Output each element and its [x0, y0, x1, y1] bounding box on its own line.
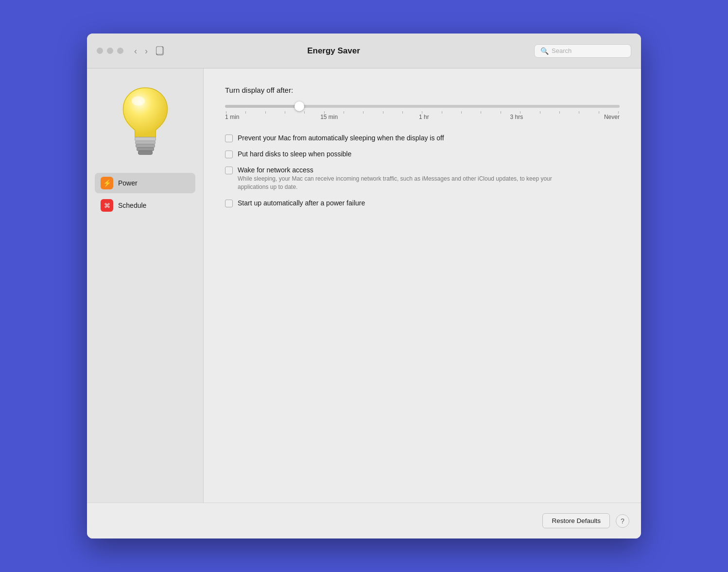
svg-rect-5	[137, 148, 154, 151]
slider-label-1min: 1 min	[225, 114, 239, 120]
list-item: Prevent your Mac from automatically slee…	[225, 130, 620, 146]
search-box[interactable]: 🔍	[534, 44, 631, 58]
display-off-slider[interactable]	[225, 105, 620, 108]
minimize-button[interactable]	[107, 48, 113, 54]
search-input[interactable]	[552, 47, 625, 54]
window-controls	[97, 48, 123, 54]
startup-power-checkbox[interactable]	[225, 200, 233, 207]
sidebar-item-label-power: Power	[118, 179, 138, 187]
startup-power-label: Start up automatically after a power fai…	[238, 199, 365, 207]
svg-rect-3	[135, 141, 155, 144]
maximize-button[interactable]	[117, 48, 123, 54]
list-item: Wake for network access While sleeping, …	[225, 162, 620, 195]
prevent-sleep-label: Prevent your Mac from automatically slee…	[238, 134, 444, 142]
titlebar: ‹ › ⃣ Energy Saver 🔍	[87, 34, 641, 68]
window-title: Energy Saver	[133, 46, 534, 56]
sidebar-item-schedule[interactable]: ⌘ Schedule	[95, 195, 195, 216]
slider-label-3hrs: 3 hrs	[510, 114, 523, 120]
prevent-sleep-checkbox[interactable]	[225, 135, 233, 142]
close-button[interactable]	[97, 48, 103, 54]
option-list: Prevent your Mac from automatically slee…	[225, 130, 620, 211]
energy-saver-icon	[114, 83, 177, 158]
sidebar-item-label-schedule: Schedule	[118, 202, 146, 209]
search-icon: 🔍	[540, 47, 549, 55]
sidebar-item-power[interactable]: ⚡ Power	[95, 173, 195, 193]
svg-rect-2	[135, 137, 156, 141]
svg-rect-4	[136, 144, 155, 148]
slider-label-15min: 15 min	[320, 114, 338, 120]
bottom-bar: Restore Defaults ?	[87, 503, 641, 538]
sidebar-nav: ⚡ Power ⌘ Schedule	[87, 173, 203, 216]
svg-point-1	[131, 96, 144, 105]
power-icon: ⚡	[101, 177, 113, 189]
list-item: Start up automatically after a power fai…	[225, 195, 620, 211]
display-off-label: Turn display off after:	[225, 86, 620, 94]
svg-rect-6	[138, 151, 152, 155]
system-preferences-window: ‹ › ⃣ Energy Saver 🔍	[87, 34, 641, 538]
wake-network-sublabel: While sleeping, your Mac can receive inc…	[238, 175, 568, 191]
schedule-icon: ⌘	[101, 199, 113, 212]
sidebar: ⚡ Power ⌘ Schedule	[87, 68, 204, 503]
slider-container: 1 min 15 min 1 hr 3 hrs Never	[225, 101, 620, 120]
main-content: ⚡ Power ⌘ Schedule Turn display off afte…	[87, 68, 641, 503]
help-button[interactable]: ?	[616, 514, 629, 528]
list-item: Put hard disks to sleep when possible	[225, 146, 620, 162]
restore-defaults-button[interactable]: Restore Defaults	[542, 513, 610, 528]
slider-label-never: Never	[604, 114, 620, 120]
hard-disks-label: Put hard disks to sleep when possible	[238, 150, 351, 158]
hard-disks-checkbox[interactable]	[225, 151, 233, 158]
slider-label-1hr: 1 hr	[419, 114, 429, 120]
detail-pane: Turn display off after: 1 min 15 min 1 h…	[204, 68, 641, 503]
wake-network-label: Wake for network access	[238, 166, 568, 174]
slider-labels: 1 min 15 min 1 hr 3 hrs Never	[225, 114, 620, 120]
wake-network-checkbox[interactable]	[225, 167, 233, 174]
